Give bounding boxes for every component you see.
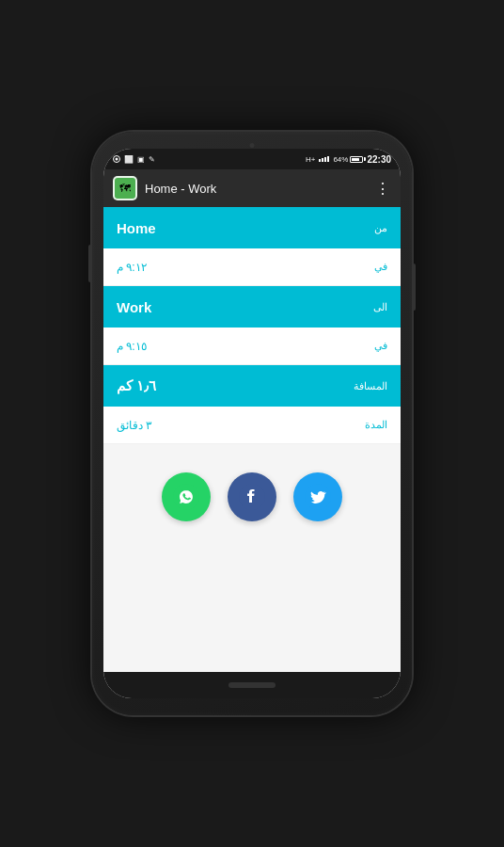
gps-icon xyxy=(113,155,120,163)
app-icon-inner xyxy=(115,178,135,199)
status-bar: ⬜ ▣ ✎ H+ 64% 22:30 xyxy=(103,149,401,169)
network-type: H+ xyxy=(306,155,315,164)
toolbar-title: Home - Work xyxy=(145,182,368,196)
edit-icon: ✎ xyxy=(149,155,155,164)
from-label: من xyxy=(374,222,387,234)
to-time-row: ٩:١٥ م في xyxy=(103,328,401,365)
from-time-row: ٩:١٢ م في xyxy=(103,248,401,286)
camera-dot xyxy=(250,143,255,148)
status-right-icons: H+ 64% 22:30 xyxy=(306,154,391,165)
status-time: 22:30 xyxy=(367,154,391,165)
whatsapp-share-button[interactable] xyxy=(162,472,211,521)
whatsapp-icon xyxy=(173,484,199,510)
from-time-label: في xyxy=(374,261,387,273)
facebook-icon xyxy=(239,484,265,510)
facebook-share-button[interactable] xyxy=(228,472,276,521)
main-content: Home من ٩:١٢ م في Work الى ٩:١٥ م في ١٫٦… xyxy=(103,207,401,672)
from-row: Home من xyxy=(103,207,401,248)
phone-frame: ⬜ ▣ ✎ H+ 64% 22:30 xyxy=(92,132,412,715)
status-left-icons: ⬜ ▣ ✎ xyxy=(113,155,155,164)
distance-label: المسافة xyxy=(354,380,387,392)
app-icon xyxy=(113,176,137,200)
photo-icon: ▣ xyxy=(137,155,145,164)
distance-row: ١٫٦ كم المسافة xyxy=(103,365,401,407)
to-value: Work xyxy=(117,299,151,315)
phone-screen: ⬜ ▣ ✎ H+ 64% 22:30 xyxy=(103,149,401,698)
home-button-area xyxy=(103,672,401,698)
app-toolbar: Home - Work ⋮ xyxy=(103,169,401,207)
share-section xyxy=(103,444,401,672)
battery-indicator: 64% xyxy=(333,155,363,164)
to-time-label: في xyxy=(374,340,387,352)
signal-icon xyxy=(319,156,329,162)
overflow-menu-button[interactable]: ⋮ xyxy=(375,180,391,198)
duration-row: ٣ دقائق المدة xyxy=(103,407,401,444)
to-label: الى xyxy=(373,301,387,313)
from-time-value: ٩:١٢ م xyxy=(117,261,147,274)
twitter-share-button[interactable] xyxy=(293,472,342,521)
twitter-icon xyxy=(305,484,331,510)
duration-value: ٣ دقائق xyxy=(117,419,151,432)
to-row: Work الى xyxy=(103,286,401,328)
image-icon: ⬜ xyxy=(124,155,134,164)
duration-label: المدة xyxy=(365,419,387,431)
to-time-value: ٩:١٥ م xyxy=(117,340,147,353)
battery-icon xyxy=(350,156,363,163)
battery-pct: 64% xyxy=(333,155,348,164)
battery-fill xyxy=(352,158,359,161)
from-value: Home xyxy=(117,220,156,236)
distance-value: ١٫٦ كم xyxy=(117,377,156,394)
home-button[interactable] xyxy=(228,682,276,688)
